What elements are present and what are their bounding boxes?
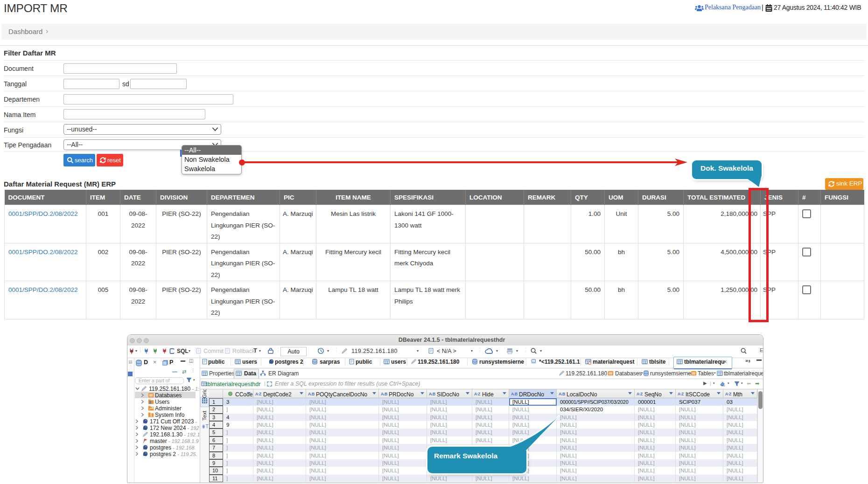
svg-text:Text: Text: [202, 410, 207, 421]
svg-text:Grid: Grid: [202, 389, 207, 398]
